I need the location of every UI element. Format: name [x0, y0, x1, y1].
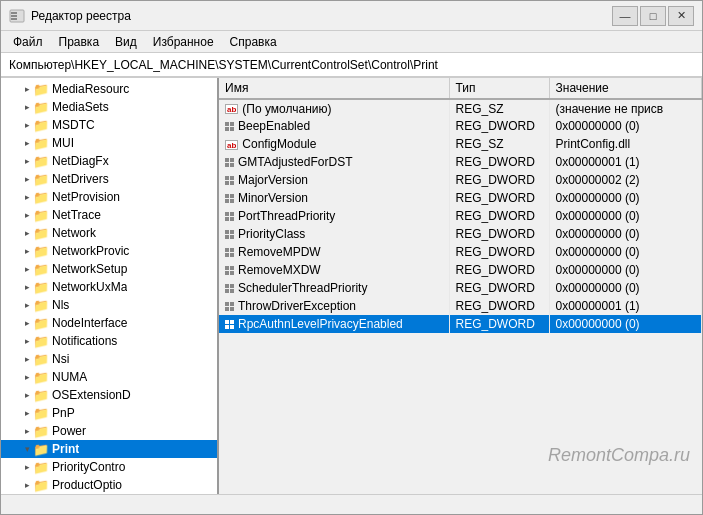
tree-item-label: NetworkProvic [52, 244, 129, 258]
folder-icon: 📁 [33, 460, 49, 474]
expand-arrow-icon: ▸ [21, 425, 33, 437]
tree-item[interactable]: ▸📁NUMA [1, 368, 217, 386]
reg-type-icon [225, 122, 234, 131]
menu-favorites[interactable]: Избранное [145, 33, 222, 51]
tree-item[interactable]: ▸📁MediaResourc [1, 80, 217, 98]
entry-name: PriorityClass [219, 225, 449, 243]
table-row[interactable]: ThrowDriverExceptionREG_DWORD0x00000001 … [219, 297, 702, 315]
expand-arrow-icon: ▸ [21, 281, 33, 293]
entry-name: ab(По умолчанию) [219, 99, 449, 117]
folder-icon: 📁 [33, 244, 49, 258]
reg-type-icon: ab [225, 104, 238, 114]
entry-type: REG_DWORD [449, 261, 549, 279]
table-row[interactable]: SchedulerThreadPriorityREG_DWORD0x000000… [219, 279, 702, 297]
entry-name: BeepEnabled [219, 117, 449, 135]
tree-item[interactable]: ▸📁PriorityContro [1, 458, 217, 476]
tree-item[interactable]: ▸📁PnP [1, 404, 217, 422]
tree-item[interactable]: ▸📁NodeInterface [1, 314, 217, 332]
table-row[interactable]: ab(По умолчанию)REG_SZ(значение не присв [219, 99, 702, 117]
title-bar: Редактор реестра — □ ✕ [1, 1, 702, 31]
maximize-button[interactable]: □ [640, 6, 666, 26]
status-bar [1, 494, 702, 514]
svg-rect-2 [11, 15, 17, 17]
tree-item-label: NodeInterface [52, 316, 127, 330]
expand-arrow-icon: ▸ [21, 227, 33, 239]
table-row[interactable]: GMTAdjustedForDSTREG_DWORD0x00000001 (1) [219, 153, 702, 171]
tree-item[interactable]: ▸📁MediaSets [1, 98, 217, 116]
tree-item[interactable]: ▾📁Print [1, 440, 217, 458]
tree-item-label: OSExtensionD [52, 388, 131, 402]
entry-value: 0x00000000 (0) [549, 207, 702, 225]
reg-type-icon [225, 320, 234, 329]
registry-content[interactable]: Имя Тип Значение ab(По умолчанию)REG_SZ(… [219, 78, 702, 494]
tree-item[interactable]: ▸📁ProductOptio [1, 476, 217, 494]
expand-arrow-icon: ▸ [21, 461, 33, 473]
tree-item[interactable]: ▸📁MUI [1, 134, 217, 152]
entry-name: RemoveMPDW [219, 243, 449, 261]
tree-item[interactable]: ▸📁NetworkProvic [1, 242, 217, 260]
tree-item[interactable]: ▸📁OSExtensionD [1, 386, 217, 404]
entry-name: MinorVersion [219, 189, 449, 207]
expand-arrow-icon: ▸ [21, 173, 33, 185]
tree-item-label: Notifications [52, 334, 117, 348]
tree-pane[interactable]: ▸📁MediaResourc▸📁MediaSets▸📁MSDTC▸📁MUI▸📁N… [1, 78, 219, 494]
menu-edit[interactable]: Правка [51, 33, 108, 51]
table-row[interactable]: RemoveMXDWREG_DWORD0x00000000 (0) [219, 261, 702, 279]
table-row[interactable]: RemoveMPDWREG_DWORD0x00000000 (0) [219, 243, 702, 261]
address-bar: Компьютер\HKEY_LOCAL_MACHINE\SYSTEM\Curr… [1, 53, 702, 77]
menu-view[interactable]: Вид [107, 33, 145, 51]
tree-item[interactable]: ▸📁Notifications [1, 332, 217, 350]
expand-arrow-icon: ▸ [21, 353, 33, 365]
entry-type: REG_DWORD [449, 279, 549, 297]
tree-item[interactable]: ▸📁Power [1, 422, 217, 440]
tree-item-label: ProductOptio [52, 478, 122, 492]
title-bar-controls: — □ ✕ [612, 6, 694, 26]
menu-bar: Файл Правка Вид Избранное Справка [1, 31, 702, 53]
close-button[interactable]: ✕ [668, 6, 694, 26]
col-name: Имя [219, 78, 449, 99]
tree-item-label: Network [52, 226, 96, 240]
expand-arrow-icon: ▸ [21, 137, 33, 149]
tree-item[interactable]: ▸📁NetDiagFx [1, 152, 217, 170]
table-row[interactable]: RpcAuthnLevelPrivacyEnabledREG_DWORD0x00… [219, 315, 702, 333]
content-wrapper: Имя Тип Значение ab(По умолчанию)REG_SZ(… [219, 78, 702, 494]
menu-file[interactable]: Файл [5, 33, 51, 51]
folder-icon: 📁 [33, 262, 49, 276]
entry-name: PortThreadPriority [219, 207, 449, 225]
tree-item-label: NetTrace [52, 208, 101, 222]
folder-icon: 📁 [33, 298, 49, 312]
table-row[interactable]: PortThreadPriorityREG_DWORD0x00000000 (0… [219, 207, 702, 225]
tree-item[interactable]: ▸📁Nls [1, 296, 217, 314]
tree-item[interactable]: ▸📁MSDTC [1, 116, 217, 134]
folder-icon: 📁 [33, 154, 49, 168]
table-row[interactable]: BeepEnabledREG_DWORD0x00000000 (0) [219, 117, 702, 135]
tree-item-label: PriorityContro [52, 460, 125, 474]
table-row[interactable]: MajorVersionREG_DWORD0x00000002 (2) [219, 171, 702, 189]
entry-value: (значение не присв [549, 99, 702, 117]
entry-name: GMTAdjustedForDST [219, 153, 449, 171]
folder-icon: 📁 [33, 352, 49, 366]
tree-item[interactable]: ▸📁Nsi [1, 350, 217, 368]
address-text: Компьютер\HKEY_LOCAL_MACHINE\SYSTEM\Curr… [9, 58, 438, 72]
reg-type-icon [225, 284, 234, 293]
minimize-button[interactable]: — [612, 6, 638, 26]
menu-help[interactable]: Справка [222, 33, 285, 51]
entry-value: 0x00000000 (0) [549, 189, 702, 207]
folder-icon: 📁 [33, 424, 49, 438]
tree-item[interactable]: ▸📁NetProvision [1, 188, 217, 206]
table-row[interactable]: MinorVersionREG_DWORD0x00000000 (0) [219, 189, 702, 207]
tree-item-label: PnP [52, 406, 75, 420]
window-title: Редактор реестра [31, 9, 131, 23]
tree-item[interactable]: ▸📁NetDrivers [1, 170, 217, 188]
entry-value: 0x00000000 (0) [549, 117, 702, 135]
tree-item-label: Nls [52, 298, 69, 312]
reg-type-icon [225, 248, 234, 257]
table-row[interactable]: PriorityClassREG_DWORD0x00000000 (0) [219, 225, 702, 243]
tree-item[interactable]: ▸📁Network [1, 224, 217, 242]
tree-item[interactable]: ▸📁NetworkSetup [1, 260, 217, 278]
registry-table: Имя Тип Значение ab(По умолчанию)REG_SZ(… [219, 78, 702, 333]
tree-item[interactable]: ▸📁NetworkUxMa [1, 278, 217, 296]
expand-arrow-icon: ▸ [21, 371, 33, 383]
tree-item[interactable]: ▸📁NetTrace [1, 206, 217, 224]
table-row[interactable]: abConfigModuleREG_SZPrintConfig.dll [219, 135, 702, 153]
